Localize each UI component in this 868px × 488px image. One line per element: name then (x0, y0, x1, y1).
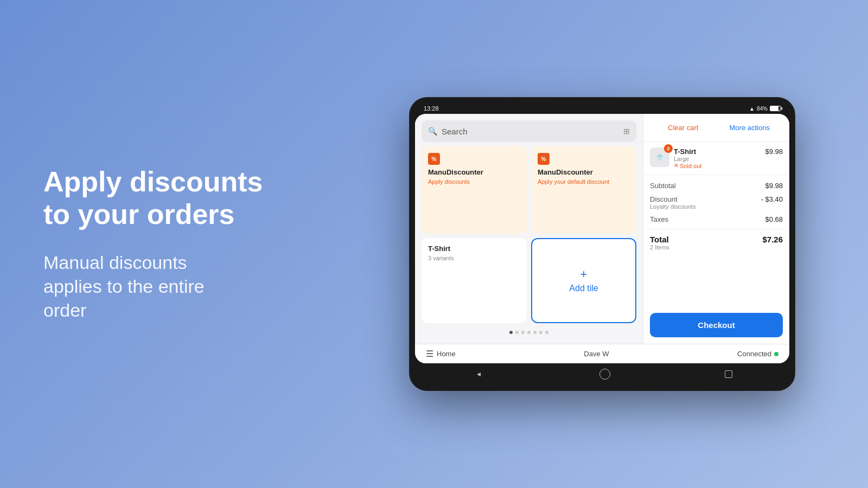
x-icon: ✕ (674, 162, 679, 169)
home-label[interactable]: Home (437, 350, 456, 358)
total-value: $7.26 (762, 235, 783, 251)
connected-dot (774, 352, 778, 356)
dot-2 (515, 331, 519, 334)
user-name: Dave W (584, 350, 609, 358)
shirt-icon: 👕 (656, 155, 663, 160)
pagination-dots (422, 328, 636, 337)
product-panel: 🔍 Search ⊞ % ManuDiscounter Apply discou (415, 114, 643, 344)
tablet: 13:28 ▲ 84% 🔍 Search ⊞ (410, 98, 795, 390)
recents-button[interactable] (725, 370, 732, 378)
dot-4 (527, 331, 531, 334)
discount-icon-2: % (541, 156, 546, 162)
app-screen: 🔍 Search ⊞ % ManuDiscounter Apply discou (415, 114, 789, 363)
item-details: T-Shirt Large ✕ Sold out (674, 147, 761, 169)
bottom-nav: ☰ Home Dave W Connected (415, 344, 789, 363)
dot-5 (533, 331, 537, 334)
item-quantity-badge: 2 (664, 144, 673, 153)
plus-icon: + (580, 267, 588, 281)
hamburger-icon[interactable]: ☰ (426, 349, 433, 359)
item-price: $9.98 (765, 147, 783, 156)
tile-add[interactable]: + Add tile (531, 238, 636, 324)
discount-icon-1: % (432, 156, 437, 162)
taxes-value: $0.68 (765, 215, 783, 223)
battery-fill (770, 106, 778, 111)
discount-label-wrap: Discount Loyalty discounts (650, 195, 695, 210)
tile-manu-discounter-1[interactable]: % ManuDiscounter Apply discounts (422, 146, 527, 234)
connection-status: Connected (737, 350, 778, 358)
tile-tshirt[interactable]: T-Shirt 3 variants (422, 238, 527, 324)
app-content: 🔍 Search ⊞ % ManuDiscounter Apply discou (415, 114, 789, 344)
home-button[interactable] (599, 369, 610, 380)
tile-manu-discounter-2[interactable]: % ManuDiscounter Apply your default disc… (531, 146, 636, 234)
checkout-button[interactable]: Checkout (650, 313, 783, 337)
headline: Apply discountsto your orders (43, 166, 293, 231)
tile-name-2: ManuDiscounter (538, 168, 630, 176)
search-icon: 🔍 (428, 127, 437, 136)
android-nav: ◄ (415, 363, 789, 385)
order-summary: Subtotal $9.98 Discount Loyalty discount… (643, 175, 789, 313)
subtotal-value: $9.98 (765, 182, 783, 190)
status-bar: 13:28 ▲ 84% (415, 103, 789, 114)
left-panel: Apply discountsto your orders Manual dis… (0, 133, 336, 355)
time: 13:28 (424, 105, 439, 112)
cart-panel: Clear cart More actions 👕 2 (643, 114, 789, 344)
search-bar[interactable]: 🔍 Search ⊞ (422, 120, 636, 142)
total-label: Total (650, 235, 669, 244)
item-size: Large (674, 156, 761, 162)
discount-value: - $3.40 (761, 195, 783, 210)
add-tile-label: Add tile (569, 284, 598, 293)
cart-item-tshirt: 👕 2 T-Shirt Large ✕ Sold out (650, 147, 783, 169)
item-name: T-Shirt (674, 147, 761, 156)
status-label: Connected (737, 350, 771, 358)
clear-cart-button[interactable]: Clear cart (650, 119, 717, 136)
status-text: Sold out (680, 163, 701, 169)
grid-icon: ⊞ (623, 127, 630, 136)
status-icons: ▲ 84% (749, 106, 781, 112)
search-input-label: Search (442, 127, 619, 136)
more-actions-button[interactable]: More actions (717, 119, 783, 136)
wifi-icon: ▲ (749, 106, 755, 112)
discount-badge-2: % (538, 153, 550, 165)
product-grid: % ManuDiscounter Apply discounts % ManuD… (422, 146, 636, 323)
subtotal-label: Subtotal (650, 182, 676, 190)
tile-sub-1: Apply discounts (428, 178, 520, 185)
tile-variants-3: 3 variants (428, 255, 520, 261)
tile-name-3: T-Shirt (428, 245, 520, 253)
cart-items: 👕 2 T-Shirt Large ✕ Sold out (643, 142, 789, 175)
total-items: 2 Items (650, 244, 669, 251)
battery-percent: 84% (757, 106, 768, 112)
item-status: ✕ Sold out (674, 162, 761, 169)
total-label-wrap: Total 2 Items (650, 235, 669, 251)
nav-left: ☰ Home (426, 349, 456, 359)
dot-6 (539, 331, 542, 334)
total-row: Total 2 Items $7.26 (650, 235, 783, 251)
subtotal-row: Subtotal $9.98 (650, 182, 783, 190)
dot-1 (509, 331, 513, 334)
taxes-row: Taxes $0.68 (650, 215, 783, 223)
item-image-wrap: 👕 2 (650, 147, 669, 167)
discount-badge-1: % (428, 153, 440, 165)
battery-icon (770, 106, 781, 111)
tile-name-1: ManuDiscounter (428, 168, 520, 176)
divider (650, 229, 783, 229)
back-button[interactable]: ◄ (472, 368, 485, 381)
tile-sub-2: Apply your default discount (538, 178, 630, 185)
taxes-label: Taxes (650, 215, 668, 223)
dot-3 (521, 331, 525, 334)
subtext: Manual discountsapplies to the entireord… (43, 251, 293, 323)
discount-sub: Loyalty discounts (650, 203, 695, 210)
dot-7 (545, 331, 548, 334)
discount-row: Discount Loyalty discounts - $3.40 (650, 195, 783, 210)
discount-label: Discount (650, 195, 695, 203)
cart-header: Clear cart More actions (643, 114, 789, 142)
tablet-wrapper: 13:28 ▲ 84% 🔍 Search ⊞ (336, 98, 868, 390)
